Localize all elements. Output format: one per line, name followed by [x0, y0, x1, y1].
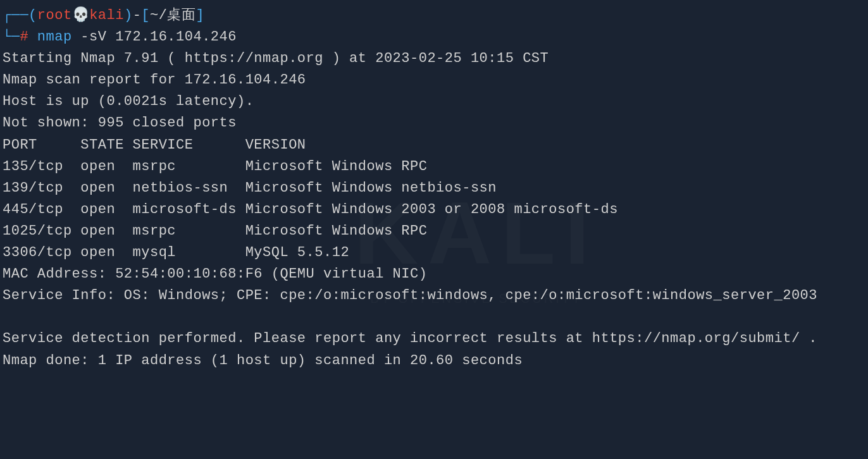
table-row: 1025/tcp open msrpc Microsoft Windows RP… — [3, 221, 865, 242]
output-mac: MAC Address: 52:54:00:10:68:F6 (QEMU vir… — [3, 264, 865, 285]
command-line[interactable]: └─# nmap -sV 172.16.104.246 — [3, 27, 865, 48]
output-detection: Service detection performed. Please repo… — [3, 328, 865, 350]
port-table-header: PORT STATE SERVICE VERSION — [3, 135, 865, 156]
skull-icon: 💀 — [72, 5, 90, 27]
output-service-info: Service Info: OS: Windows; CPE: cpe:/o:m… — [3, 285, 865, 307]
output-not-shown: Not shown: 995 closed ports — [3, 113, 865, 134]
prompt-line-1: ┌──(root💀kali)-[~/桌面] — [3, 5, 865, 27]
prompt-user: root — [37, 8, 72, 23]
command-args: -sV 172.16.104.246 — [72, 29, 237, 45]
output-done: Nmap done: 1 IP address (1 host up) scan… — [3, 350, 865, 372]
table-row: 135/tcp open msrpc Microsoft Windows RPC — [3, 156, 865, 178]
prompt-hash: # — [20, 29, 28, 45]
prompt-path: ~/桌面 — [150, 8, 195, 23]
prompt-host: kali — [89, 8, 124, 23]
table-row: 139/tcp open netbios-ssn Microsoft Windo… — [3, 178, 865, 199]
terminal-output[interactable]: ┌──(root💀kali)-[~/桌面] └─# nmap -sV 172.1… — [3, 5, 865, 372]
branch-top-icon: ┌── — [3, 8, 28, 23]
table-row: 3306/tcp open mysql MySQL 5.5.12 — [3, 242, 865, 264]
output-host-up: Host is up (0.0021s latency). — [3, 91, 865, 113]
command-nmap: nmap — [37, 29, 72, 45]
table-row: 445/tcp open microsoft-ds Microsoft Wind… — [3, 199, 865, 221]
output-starting: Starting Nmap 7.91 ( https://nmap.org ) … — [3, 48, 865, 70]
output-scan-report: Nmap scan report for 172.16.104.246 — [3, 70, 865, 91]
branch-bottom-icon: └─ — [3, 29, 20, 45]
output-blank — [3, 307, 865, 328]
